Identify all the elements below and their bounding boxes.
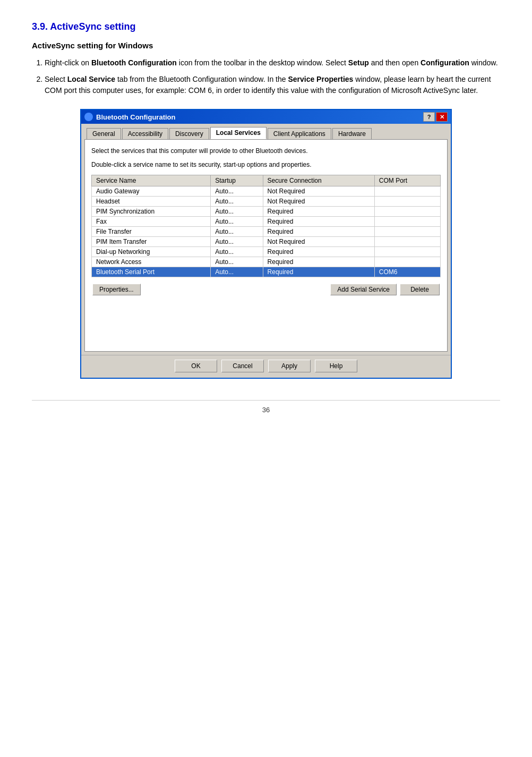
instruction-2: Select Local Service tab from the Blueto… bbox=[45, 74, 500, 96]
secure-connection: Required bbox=[263, 247, 374, 257]
page-number: 36 bbox=[32, 400, 500, 414]
service-name: Fax bbox=[92, 217, 211, 227]
table-row[interactable]: Dial-up Networking Auto... Required bbox=[92, 247, 441, 257]
service-name: PIM Item Transfer bbox=[92, 237, 211, 247]
secure-connection: Required bbox=[263, 227, 374, 237]
tabs-row: General Accessibility Discovery Local Se… bbox=[84, 127, 448, 139]
section-title: ActiveSync setting for Windows bbox=[32, 41, 500, 50]
tab-local-services[interactable]: Local Services bbox=[210, 127, 267, 139]
inner-right-buttons: Add Serial Service Delete bbox=[330, 284, 440, 295]
inner-left-buttons: Properties... bbox=[92, 284, 141, 295]
instructions: Right-click on Bluetooth Configuration i… bbox=[32, 57, 500, 96]
bluetooth-config-dialog: Bluetooth Configuration ? ✕ General Acce… bbox=[80, 109, 452, 379]
apply-button[interactable]: Apply bbox=[268, 360, 311, 372]
com-port bbox=[374, 197, 440, 207]
table-row[interactable]: Headset Auto... Not Required bbox=[92, 197, 441, 207]
ok-button[interactable]: OK bbox=[175, 360, 217, 372]
startup: Auto... bbox=[211, 227, 263, 237]
startup: Auto... bbox=[211, 237, 263, 247]
secure-connection: Required bbox=[263, 207, 374, 217]
titlebar-buttons: ? ✕ bbox=[423, 112, 448, 122]
tab-description-line2: Double-click a service name to set its s… bbox=[91, 160, 441, 169]
startup: Auto... bbox=[211, 217, 263, 227]
startup: Auto... bbox=[211, 207, 263, 217]
close-titlebar-button[interactable]: ✕ bbox=[436, 112, 448, 122]
help-button[interactable]: Help bbox=[315, 360, 357, 372]
startup: Auto... bbox=[211, 186, 263, 197]
service-name: Audio Gateway bbox=[92, 186, 211, 197]
secure-connection: Required bbox=[263, 257, 374, 267]
tab-general[interactable]: General bbox=[87, 128, 121, 139]
secure-connection: Not Required bbox=[263, 186, 374, 197]
com-port bbox=[374, 227, 440, 237]
com-port: COM6 bbox=[374, 267, 440, 277]
col-header-secure-connection: Secure Connection bbox=[263, 175, 374, 186]
dialog-wrapper: Bluetooth Configuration ? ✕ General Acce… bbox=[32, 109, 500, 379]
com-port bbox=[374, 247, 440, 257]
startup: Auto... bbox=[211, 257, 263, 267]
table-row[interactable]: Network Access Auto... Required bbox=[92, 257, 441, 267]
secure-connection: Not Required bbox=[263, 237, 374, 247]
table-row[interactable]: PIM Synchronization Auto... Required bbox=[92, 207, 441, 217]
secure-connection: Required bbox=[263, 217, 374, 227]
col-header-com-port: COM Port bbox=[374, 175, 440, 186]
delete-button[interactable]: Delete bbox=[400, 284, 440, 295]
table-row[interactable]: PIM Item Transfer Auto... Not Required bbox=[92, 237, 441, 247]
col-header-startup: Startup bbox=[211, 175, 263, 186]
table-row[interactable]: File Transfer Auto... Required bbox=[92, 227, 441, 237]
table-row[interactable]: Audio Gateway Auto... Not Required bbox=[92, 186, 441, 197]
help-titlebar-button[interactable]: ? bbox=[423, 112, 435, 122]
add-serial-service-button[interactable]: Add Serial Service bbox=[330, 284, 397, 295]
com-port bbox=[374, 186, 440, 197]
service-name: PIM Synchronization bbox=[92, 207, 211, 217]
services-table: Service Name Startup Secure Connection C… bbox=[91, 175, 441, 277]
service-name: Network Access bbox=[92, 257, 211, 267]
startup: Auto... bbox=[211, 247, 263, 257]
service-name: Dial-up Networking bbox=[92, 247, 211, 257]
com-port bbox=[374, 237, 440, 247]
properties-button[interactable]: Properties... bbox=[92, 284, 141, 295]
col-header-service-name: Service Name bbox=[92, 175, 211, 186]
dialog-title-text: Bluetooth Configuration bbox=[96, 113, 175, 121]
tab-accessibility[interactable]: Accessibility bbox=[122, 128, 168, 139]
tab-description-line1: Select the services that this computer w… bbox=[91, 146, 441, 156]
com-port bbox=[374, 257, 440, 267]
tab-content-local-services: Select the services that this computer w… bbox=[84, 139, 448, 352]
dialog-body: General Accessibility Discovery Local Se… bbox=[81, 124, 451, 355]
bluetooth-icon bbox=[84, 113, 93, 121]
page-title: 3.9. ActiveSync setting bbox=[32, 21, 500, 32]
inner-buttons: Properties... Add Serial Service Delete bbox=[91, 284, 441, 295]
dialog-titlebar: Bluetooth Configuration ? ✕ bbox=[81, 110, 451, 124]
service-name: Bluetooth Serial Port bbox=[92, 267, 211, 277]
com-port bbox=[374, 207, 440, 217]
startup: Auto... bbox=[211, 267, 263, 277]
service-name: File Transfer bbox=[92, 227, 211, 237]
secure-connection: Required bbox=[263, 267, 374, 277]
instruction-1: Right-click on Bluetooth Configuration i… bbox=[45, 57, 500, 69]
tab-hardware[interactable]: Hardware bbox=[332, 128, 372, 139]
startup: Auto... bbox=[211, 197, 263, 207]
tab-discovery[interactable]: Discovery bbox=[169, 128, 209, 139]
table-row[interactable]: Fax Auto... Required bbox=[92, 217, 441, 227]
com-port bbox=[374, 217, 440, 227]
dialog-footer: OK Cancel Apply Help bbox=[81, 355, 451, 378]
service-name: Headset bbox=[92, 197, 211, 207]
cancel-button[interactable]: Cancel bbox=[221, 360, 264, 372]
titlebar-title: Bluetooth Configuration bbox=[84, 113, 175, 121]
tab-client-applications[interactable]: Client Applications bbox=[268, 128, 331, 139]
table-row-selected[interactable]: Bluetooth Serial Port Auto... Required C… bbox=[92, 267, 441, 277]
secure-connection: Not Required bbox=[263, 197, 374, 207]
